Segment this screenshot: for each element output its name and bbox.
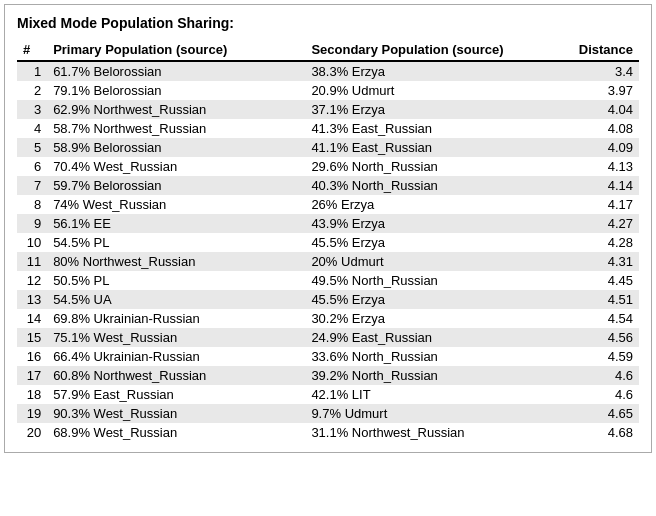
main-container: Mixed Mode Population Sharing: # Primary… (4, 4, 652, 453)
distance-value: 4.04 (564, 100, 639, 119)
row-number: 12 (17, 271, 47, 290)
table-row: 558.9% Belorossian41.1% East_Russian4.09 (17, 138, 639, 157)
secondary-population: 29.6% North_Russian (305, 157, 563, 176)
row-number: 14 (17, 309, 47, 328)
primary-population: 66.4% Ukrainian-Russian (47, 347, 305, 366)
row-number: 16 (17, 347, 47, 366)
secondary-population: 24.9% East_Russian (305, 328, 563, 347)
primary-population: 59.7% Belorossian (47, 176, 305, 195)
header-distance: Distance (564, 39, 639, 61)
primary-population: 58.9% Belorossian (47, 138, 305, 157)
row-number: 5 (17, 138, 47, 157)
secondary-population: 39.2% North_Russian (305, 366, 563, 385)
distance-value: 4.6 (564, 366, 639, 385)
table-row: 1760.8% Northwest_Russian39.2% North_Rus… (17, 366, 639, 385)
secondary-population: 45.5% Erzya (305, 233, 563, 252)
secondary-population: 42.1% LIT (305, 385, 563, 404)
secondary-population: 43.9% Erzya (305, 214, 563, 233)
secondary-population: 49.5% North_Russian (305, 271, 563, 290)
row-number: 15 (17, 328, 47, 347)
primary-population: 61.7% Belorossian (47, 61, 305, 81)
row-number: 10 (17, 233, 47, 252)
distance-value: 4.68 (564, 423, 639, 442)
primary-population: 60.8% Northwest_Russian (47, 366, 305, 385)
page-title: Mixed Mode Population Sharing: (17, 15, 639, 31)
table-row: 1469.8% Ukrainian-Russian30.2% Erzya4.54 (17, 309, 639, 328)
secondary-population: 33.6% North_Russian (305, 347, 563, 366)
secondary-population: 41.3% East_Russian (305, 119, 563, 138)
distance-value: 3.4 (564, 61, 639, 81)
secondary-population: 26% Erzya (305, 195, 563, 214)
table-row: 1575.1% West_Russian24.9% East_Russian4.… (17, 328, 639, 347)
primary-population: 75.1% West_Russian (47, 328, 305, 347)
table-row: 279.1% Belorossian20.9% Udmurt3.97 (17, 81, 639, 100)
row-number: 8 (17, 195, 47, 214)
header-secondary: Secondary Population (source) (305, 39, 563, 61)
row-number: 4 (17, 119, 47, 138)
row-number: 1 (17, 61, 47, 81)
row-number: 11 (17, 252, 47, 271)
primary-population: 68.9% West_Russian (47, 423, 305, 442)
distance-value: 4.08 (564, 119, 639, 138)
row-number: 6 (17, 157, 47, 176)
distance-value: 4.27 (564, 214, 639, 233)
table-row: 1180% Northwest_Russian20% Udmurt4.31 (17, 252, 639, 271)
secondary-population: 38.3% Erzya (305, 61, 563, 81)
secondary-population: 37.1% Erzya (305, 100, 563, 119)
secondary-population: 41.1% East_Russian (305, 138, 563, 157)
table-row: 956.1% EE43.9% Erzya4.27 (17, 214, 639, 233)
table-row: 1857.9% East_Russian42.1% LIT4.6 (17, 385, 639, 404)
secondary-population: 40.3% North_Russian (305, 176, 563, 195)
distance-value: 4.31 (564, 252, 639, 271)
distance-value: 4.54 (564, 309, 639, 328)
distance-value: 4.28 (564, 233, 639, 252)
table-row: 670.4% West_Russian29.6% North_Russian4.… (17, 157, 639, 176)
secondary-population: 45.5% Erzya (305, 290, 563, 309)
distance-value: 4.14 (564, 176, 639, 195)
distance-value: 4.56 (564, 328, 639, 347)
table-row: 1354.5% UA45.5% Erzya4.51 (17, 290, 639, 309)
table-row: 759.7% Belorossian40.3% North_Russian4.1… (17, 176, 639, 195)
row-number: 19 (17, 404, 47, 423)
primary-population: 74% West_Russian (47, 195, 305, 214)
table-row: 2068.9% West_Russian31.1% Northwest_Russ… (17, 423, 639, 442)
primary-population: 62.9% Northwest_Russian (47, 100, 305, 119)
table-row: 1250.5% PL49.5% North_Russian4.45 (17, 271, 639, 290)
distance-value: 4.13 (564, 157, 639, 176)
secondary-population: 31.1% Northwest_Russian (305, 423, 563, 442)
row-number: 20 (17, 423, 47, 442)
primary-population: 54.5% UA (47, 290, 305, 309)
secondary-population: 20% Udmurt (305, 252, 563, 271)
secondary-population: 30.2% Erzya (305, 309, 563, 328)
distance-value: 4.17 (564, 195, 639, 214)
distance-value: 4.6 (564, 385, 639, 404)
primary-population: 56.1% EE (47, 214, 305, 233)
header-num: # (17, 39, 47, 61)
table-header-row: # Primary Population (source) Secondary … (17, 39, 639, 61)
population-table: # Primary Population (source) Secondary … (17, 39, 639, 442)
row-number: 2 (17, 81, 47, 100)
table-row: 362.9% Northwest_Russian37.1% Erzya4.04 (17, 100, 639, 119)
primary-population: 50.5% PL (47, 271, 305, 290)
row-number: 13 (17, 290, 47, 309)
table-row: 1054.5% PL45.5% Erzya4.28 (17, 233, 639, 252)
row-number: 3 (17, 100, 47, 119)
secondary-population: 20.9% Udmurt (305, 81, 563, 100)
header-primary: Primary Population (source) (47, 39, 305, 61)
primary-population: 90.3% West_Russian (47, 404, 305, 423)
primary-population: 54.5% PL (47, 233, 305, 252)
primary-population: 79.1% Belorossian (47, 81, 305, 100)
table-row: 458.7% Northwest_Russian41.3% East_Russi… (17, 119, 639, 138)
table-row: 1990.3% West_Russian9.7% Udmurt4.65 (17, 404, 639, 423)
row-number: 9 (17, 214, 47, 233)
distance-value: 4.09 (564, 138, 639, 157)
distance-value: 4.45 (564, 271, 639, 290)
distance-value: 4.65 (564, 404, 639, 423)
distance-value: 4.59 (564, 347, 639, 366)
distance-value: 3.97 (564, 81, 639, 100)
primary-population: 69.8% Ukrainian-Russian (47, 309, 305, 328)
table-row: 1666.4% Ukrainian-Russian33.6% North_Rus… (17, 347, 639, 366)
primary-population: 58.7% Northwest_Russian (47, 119, 305, 138)
row-number: 17 (17, 366, 47, 385)
table-row: 874% West_Russian26% Erzya4.17 (17, 195, 639, 214)
